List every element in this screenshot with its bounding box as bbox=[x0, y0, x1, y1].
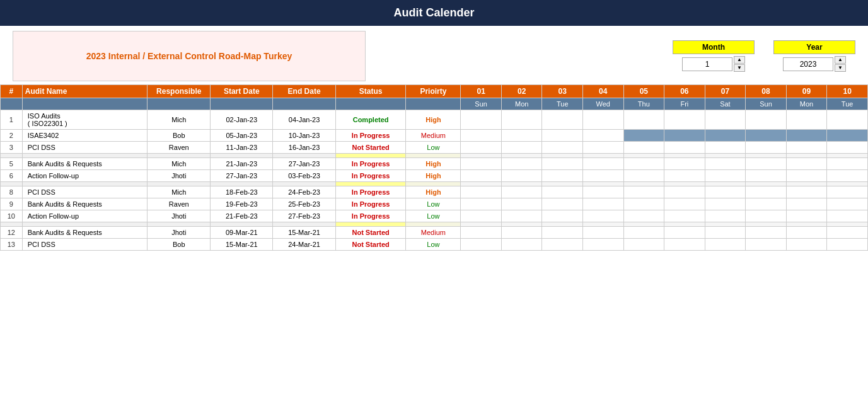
table-row: 9Bank Audits & RequestsRaven19-Feb-2325-… bbox=[1, 198, 868, 210]
row-day-1 bbox=[461, 158, 502, 170]
row-day-9 bbox=[786, 142, 827, 154]
row-audit-name: Action Follow-up bbox=[22, 210, 148, 222]
year-label: Year bbox=[773, 40, 855, 54]
row-day-4 bbox=[583, 198, 624, 210]
row-priority bbox=[406, 222, 461, 227]
row-priority: Low bbox=[406, 198, 461, 210]
row-responsible: Jhoti bbox=[148, 210, 211, 222]
table-row: 12Bank Audits & RequestsJhoti09-Mar-2115… bbox=[1, 227, 868, 239]
col-header-responsible: Responsible bbox=[148, 85, 211, 98]
row-day-6 bbox=[664, 198, 705, 210]
table-row bbox=[1, 182, 868, 186]
row-day-9 bbox=[786, 227, 827, 239]
row-day-7 bbox=[705, 210, 746, 222]
row-end-date: 24-Feb-23 bbox=[273, 186, 335, 198]
row-audit-name bbox=[22, 222, 148, 227]
row-day-5 bbox=[623, 239, 664, 251]
table-row bbox=[1, 154, 868, 158]
row-day-8 bbox=[746, 158, 787, 170]
row-audit-name: Action Follow-up bbox=[22, 170, 148, 182]
day-name-tue-2: Tue bbox=[827, 98, 868, 110]
row-day-7 bbox=[705, 182, 746, 186]
row-audit-name: ISO Audits ( ISO22301 ) bbox=[22, 110, 148, 130]
row-day-9 bbox=[786, 170, 827, 182]
table-row: 6Action Follow-upJhoti27-Jan-2303-Feb-23… bbox=[1, 170, 868, 182]
row-day-4 bbox=[583, 227, 624, 239]
row-number: 9 bbox=[1, 198, 23, 210]
row-day-4 bbox=[583, 142, 624, 154]
row-day-6 bbox=[664, 210, 705, 222]
row-day-1 bbox=[461, 198, 502, 210]
row-day-9 bbox=[786, 182, 827, 186]
row-number: 2 bbox=[1, 130, 23, 142]
year-input[interactable] bbox=[783, 57, 833, 71]
row-day-8 bbox=[746, 222, 787, 227]
month-down-btn[interactable]: ▼ bbox=[734, 64, 745, 72]
row-day-9 bbox=[786, 222, 827, 227]
table-row: 3PCI DSSRaven11-Jan-2316-Jan-23Not Start… bbox=[1, 142, 868, 154]
row-day-2 bbox=[501, 239, 542, 251]
table-row: 5Bank Audits & RequestsMich21-Jan-2327-J… bbox=[1, 158, 868, 170]
row-day-3 bbox=[542, 198, 583, 210]
row-priority: Low bbox=[406, 210, 461, 222]
info-box: 2023 Internal / External Control Road-Ma… bbox=[13, 31, 366, 81]
day-name-wed-1: Wed bbox=[583, 98, 624, 110]
row-day-9 bbox=[786, 154, 827, 158]
row-day-5 bbox=[623, 154, 664, 158]
col-header-audit: Audit Name bbox=[22, 85, 148, 98]
app-title: Audit Calender bbox=[393, 6, 474, 19]
year-down-btn[interactable]: ▼ bbox=[835, 64, 846, 72]
row-day-2 bbox=[501, 130, 542, 142]
row-day-9 bbox=[786, 110, 827, 130]
row-day-7 bbox=[705, 222, 746, 227]
controls-area: Month ▲ ▼ Year ▲ ▼ bbox=[673, 40, 855, 72]
row-day-7 bbox=[705, 239, 746, 251]
col-header-day-10: 10 bbox=[827, 85, 868, 98]
month-up-btn[interactable]: ▲ bbox=[734, 56, 745, 64]
col-header-day-01: 01 bbox=[461, 85, 502, 98]
row-day-9 bbox=[786, 210, 827, 222]
row-number: 1 bbox=[1, 110, 23, 130]
row-day-2 bbox=[501, 158, 542, 170]
month-input[interactable] bbox=[682, 57, 732, 71]
year-up-btn[interactable]: ▲ bbox=[835, 56, 846, 64]
day-name-fri-1: Fri bbox=[664, 98, 705, 110]
row-status: In Progress bbox=[335, 130, 406, 142]
row-priority: High bbox=[406, 110, 461, 130]
row-status: In Progress bbox=[335, 186, 406, 198]
title-bar: Audit Calender bbox=[0, 0, 868, 26]
row-day-3 bbox=[542, 158, 583, 170]
row-day-8 bbox=[746, 198, 787, 210]
row-responsible bbox=[148, 182, 211, 186]
row-responsible: Jhoti bbox=[148, 170, 211, 182]
row-status bbox=[335, 154, 406, 158]
row-number bbox=[1, 154, 23, 158]
row-day-3 bbox=[542, 110, 583, 130]
row-day-9 bbox=[786, 239, 827, 251]
month-control: Month ▲ ▼ bbox=[673, 40, 755, 72]
table-row bbox=[1, 222, 868, 227]
row-status: In Progress bbox=[335, 210, 406, 222]
row-day-1 bbox=[461, 222, 502, 227]
row-day-7 bbox=[705, 158, 746, 170]
row-day-2 bbox=[501, 227, 542, 239]
row-day-5 bbox=[623, 158, 664, 170]
row-day-2 bbox=[501, 210, 542, 222]
row-priority: Low bbox=[406, 142, 461, 154]
col-header-day-02: 02 bbox=[501, 85, 542, 98]
row-end-date: 03-Feb-23 bbox=[273, 170, 335, 182]
row-day-5 bbox=[623, 227, 664, 239]
row-day-5 bbox=[623, 198, 664, 210]
row-day-3 bbox=[542, 222, 583, 227]
row-day-4 bbox=[583, 170, 624, 182]
day-name-sun-2: Sun bbox=[746, 98, 787, 110]
row-audit-name: PCI DSS bbox=[22, 186, 148, 198]
row-day-7 bbox=[705, 227, 746, 239]
row-day-10 bbox=[827, 239, 868, 251]
row-day-10 bbox=[827, 210, 868, 222]
row-end-date bbox=[273, 222, 335, 227]
row-day-4 bbox=[583, 110, 624, 130]
col-header-day-08: 08 bbox=[746, 85, 787, 98]
row-day-4 bbox=[583, 182, 624, 186]
row-day-1 bbox=[461, 110, 502, 130]
